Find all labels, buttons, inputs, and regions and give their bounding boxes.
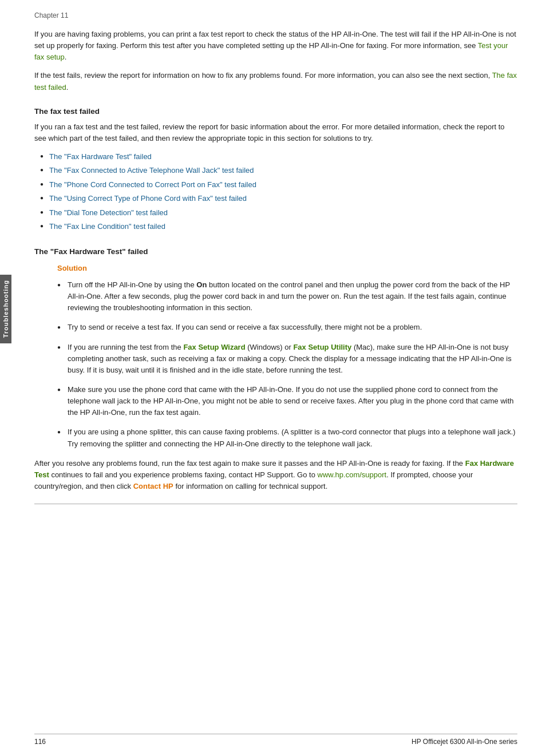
contact-hp-label: Contact HP bbox=[133, 482, 173, 490]
intro-paragraph-1: If you are having faxing problems, you c… bbox=[34, 29, 517, 63]
page-footer: 116 HP Officejet 6300 All-in-One series bbox=[34, 734, 517, 746]
solution-item-4: Make sure you use the phone cord that ca… bbox=[57, 384, 517, 418]
intro-text-2: If the test fails, review the report for… bbox=[34, 71, 492, 80]
list-item: The "Fax Hardware Test" failed bbox=[40, 151, 517, 163]
list-item: The "Fax Connected to Active Telephone W… bbox=[40, 165, 517, 176]
fax-test-failed-heading: The fax test failed bbox=[34, 107, 517, 116]
solution-item-2-text: Try to send or receive a test fax. If yo… bbox=[68, 322, 422, 333]
solution-item-1: Turn off the HP All-in-One by using the … bbox=[57, 279, 517, 314]
bullet-link-5[interactable]: The "Dial Tone Detection" test failed bbox=[49, 207, 168, 219]
on-button-label: On bbox=[196, 280, 207, 289]
intro-text-2-end: . bbox=[66, 83, 69, 92]
solution-list: Turn off the HP All-in-One by using the … bbox=[57, 279, 517, 450]
intro-text-1: If you are having faxing problems, you c… bbox=[34, 30, 516, 50]
solution-heading: Solution bbox=[57, 264, 517, 272]
bullet-link-3[interactable]: The "Phone Cord Connected to Correct Por… bbox=[49, 179, 256, 191]
solution-item-5: If you are using a phone splitter, this … bbox=[57, 426, 517, 449]
intro-paragraph-2: If the test fails, review the report for… bbox=[34, 70, 517, 93]
solution-item-1-text: Turn off the HP All-in-One by using the … bbox=[68, 279, 517, 314]
solution-item-2: Try to send or receive a test fax. If yo… bbox=[57, 322, 517, 333]
bullet-link-2[interactable]: The "Fax Connected to Active Telephone W… bbox=[49, 165, 254, 176]
solution-item-3: If you are running the test from the Fax… bbox=[57, 342, 517, 376]
side-tab: Troubleshooting bbox=[0, 275, 11, 343]
solution-item-4-text: Make sure you use the phone cord that ca… bbox=[68, 384, 517, 418]
intro-text-1-end: . bbox=[65, 53, 67, 61]
after-list-paragraph: After you resolve any problems found, ru… bbox=[34, 458, 517, 492]
fax-test-failed-body: If you ran a fax test and the test faile… bbox=[34, 121, 517, 144]
bullet-link-1[interactable]: The "Fax Hardware Test" failed bbox=[49, 151, 152, 163]
bullet-link-4[interactable]: The "Using Correct Type of Phone Cord wi… bbox=[49, 193, 247, 204]
list-item: The "Using Correct Type of Phone Cord wi… bbox=[40, 193, 517, 204]
side-tab-label: Troubleshooting bbox=[2, 280, 9, 338]
hardware-test-heading: The "Fax Hardware Test" failed bbox=[34, 247, 517, 256]
page-wrapper: Troubleshooting Chapter 11 If you are ha… bbox=[0, 0, 546, 756]
list-item: The "Phone Cord Connected to Correct Por… bbox=[40, 179, 517, 191]
hp-support-link[interactable]: www.hp.com/support bbox=[318, 470, 387, 479]
bullet-link-6[interactable]: The "Fax Line Condition" test failed bbox=[49, 221, 165, 232]
bullet-link-list: The "Fax Hardware Test" failed The "Fax … bbox=[40, 151, 517, 232]
solution-item-5-text: If you are using a phone splitter, this … bbox=[68, 426, 517, 449]
main-content: Chapter 11 If you are having faxing prob… bbox=[34, 0, 517, 504]
fax-hardware-test-inline: Fax Hardware Test bbox=[34, 459, 514, 479]
chapter-label: Chapter 11 bbox=[34, 11, 517, 19]
list-item: The "Fax Line Condition" test failed bbox=[40, 221, 517, 232]
list-item: The "Dial Tone Detection" test failed bbox=[40, 207, 517, 219]
fax-setup-utility-label: Fax Setup Utility bbox=[293, 343, 351, 351]
bottom-divider bbox=[34, 504, 517, 504]
solution-item-3-text: If you are running the test from the Fax… bbox=[68, 342, 517, 376]
product-name: HP Officejet 6300 All-in-One series bbox=[412, 738, 517, 746]
fax-setup-wizard-label: Fax Setup Wizard bbox=[183, 343, 245, 351]
page-number: 116 bbox=[34, 738, 46, 746]
